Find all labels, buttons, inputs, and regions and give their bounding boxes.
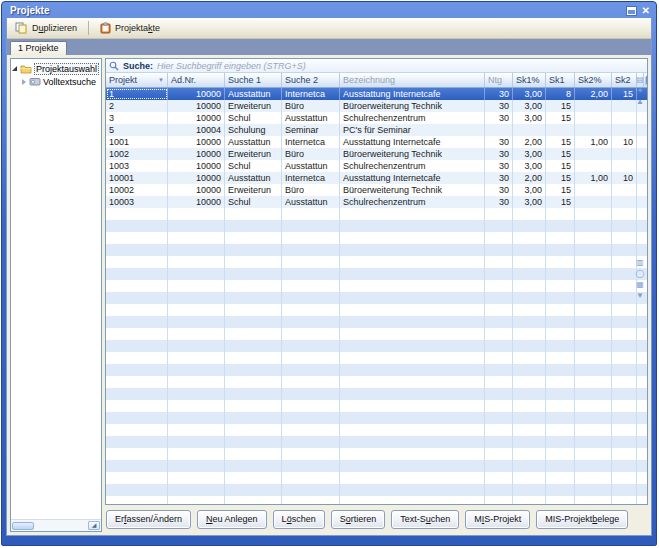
table-cell[interactable] xyxy=(282,304,340,316)
table-cell[interactable] xyxy=(340,232,485,244)
table-cell[interactable] xyxy=(575,208,612,220)
table-cell[interactable] xyxy=(546,232,575,244)
table-cell[interactable] xyxy=(106,292,168,304)
table-cell[interactable]: 1 xyxy=(106,88,168,100)
table-cell[interactable] xyxy=(575,352,612,364)
table-cell[interactable]: Büro xyxy=(282,148,340,160)
table-cell[interactable] xyxy=(612,460,637,472)
table-cell[interactable]: Schulrechenzentrum xyxy=(340,112,485,124)
column-header-projekt[interactable]: Projekt▼ xyxy=(106,73,168,87)
table-cell[interactable] xyxy=(340,436,485,448)
table-cell[interactable] xyxy=(106,328,168,340)
table-cell[interactable] xyxy=(168,244,225,256)
table-cell[interactable] xyxy=(575,436,612,448)
table-cell[interactable] xyxy=(340,448,485,460)
table-cell[interactable] xyxy=(612,232,637,244)
table-cell[interactable]: 1002 xyxy=(106,148,168,160)
table-cell[interactable] xyxy=(282,292,340,304)
table-cell[interactable]: 8 xyxy=(546,88,575,100)
table-cell[interactable] xyxy=(168,496,225,504)
table-empty-row[interactable] xyxy=(106,376,647,388)
table-cell[interactable] xyxy=(282,220,340,232)
table-cell[interactable] xyxy=(225,340,282,352)
table-cell[interactable] xyxy=(225,484,282,496)
table-cell[interactable] xyxy=(106,232,168,244)
table-empty-row[interactable] xyxy=(106,496,647,504)
table-cell[interactable]: 2,00 xyxy=(513,136,546,148)
column-layout-icon[interactable]: ▥ xyxy=(636,259,644,267)
table-cell[interactable] xyxy=(546,412,575,424)
table-cell[interactable] xyxy=(168,220,225,232)
table-cell[interactable] xyxy=(168,232,225,244)
table-row[interactable]: 1000310000SchulAusstattunSchulrechenzent… xyxy=(106,196,647,208)
table-cell[interactable]: 10001 xyxy=(106,172,168,184)
table-cell[interactable] xyxy=(485,376,513,388)
table-empty-row[interactable] xyxy=(106,280,647,292)
table-cell[interactable] xyxy=(612,388,637,400)
sidebar-horizontal-scrollbar[interactable]: ◢ xyxy=(11,519,101,531)
table-cell[interactable] xyxy=(282,316,340,328)
table-empty-row[interactable] xyxy=(106,292,647,304)
filter-icon[interactable]: ▼ xyxy=(636,292,644,300)
table-cell[interactable]: 15 xyxy=(546,172,575,184)
table-empty-row[interactable] xyxy=(106,412,647,424)
column-header-ntg[interactable]: Ntg xyxy=(485,73,513,87)
table-cell[interactable] xyxy=(575,100,612,112)
table-cell[interactable] xyxy=(612,376,637,388)
table-empty-row[interactable] xyxy=(106,304,647,316)
table-cell[interactable] xyxy=(485,352,513,364)
column-header-ad-nr-[interactable]: Ad.Nr. xyxy=(168,73,225,87)
table-cell[interactable]: Ausstattun xyxy=(225,172,282,184)
table-cell[interactable] xyxy=(485,400,513,412)
table-cell[interactable] xyxy=(612,400,637,412)
table-cell[interactable]: 15 xyxy=(546,100,575,112)
table-cell[interactable] xyxy=(575,196,612,208)
table-cell[interactable] xyxy=(106,484,168,496)
table-empty-row[interactable] xyxy=(106,268,647,280)
table-cell[interactable] xyxy=(282,388,340,400)
table-cell[interactable] xyxy=(225,436,282,448)
table-cell[interactable] xyxy=(168,340,225,352)
table-cell[interactable] xyxy=(485,244,513,256)
table-cell[interactable] xyxy=(575,460,612,472)
table-cell[interactable] xyxy=(546,304,575,316)
table-cell[interactable]: 30 xyxy=(485,112,513,124)
table-cell[interactable] xyxy=(340,340,485,352)
table-cell[interactable] xyxy=(225,472,282,484)
table-cell[interactable] xyxy=(225,256,282,268)
table-cell[interactable]: Ausstattun xyxy=(282,160,340,172)
table-row[interactable]: 100210000ErweiterunBüroBüroerweiterung T… xyxy=(106,148,647,160)
table-cell[interactable]: 3,00 xyxy=(513,184,546,196)
table-cell[interactable] xyxy=(106,472,168,484)
column-header-bezeichnung[interactable]: Bezeichnung xyxy=(340,73,485,87)
table-cell[interactable] xyxy=(612,364,637,376)
table-cell[interactable] xyxy=(340,424,485,436)
table-cell[interactable]: 15 xyxy=(546,112,575,124)
table-cell[interactable] xyxy=(282,424,340,436)
table-cell[interactable] xyxy=(340,244,485,256)
table-row[interactable]: 210000ErweiterunBüroBüroerweiterung Tech… xyxy=(106,100,647,112)
footer-button-mis-projekt[interactable]: MIS-Projekt xyxy=(465,510,530,529)
table-cell[interactable] xyxy=(546,472,575,484)
table-cell[interactable] xyxy=(485,268,513,280)
table-row[interactable]: 1000110000AusstattunInternetcaAusstattun… xyxy=(106,172,647,184)
table-cell[interactable] xyxy=(575,268,612,280)
table-cell[interactable]: Ausstattun xyxy=(282,196,340,208)
table-cell[interactable]: 15 xyxy=(546,160,575,172)
restore-icon[interactable] xyxy=(627,7,636,15)
table-cell[interactable] xyxy=(485,232,513,244)
table-cell[interactable] xyxy=(546,340,575,352)
table-cell[interactable] xyxy=(546,292,575,304)
table-cell[interactable] xyxy=(340,328,485,340)
table-cell[interactable] xyxy=(513,232,546,244)
table-cell[interactable]: 30 xyxy=(485,148,513,160)
table-cell[interactable]: 15 xyxy=(546,148,575,160)
table-cell[interactable] xyxy=(282,364,340,376)
table-cell[interactable] xyxy=(513,364,546,376)
table-row[interactable]: 100110000AusstattunInternetcaAusstattung… xyxy=(106,136,647,148)
table-cell[interactable] xyxy=(282,448,340,460)
table-cell[interactable]: 30 xyxy=(485,172,513,184)
table-cell[interactable] xyxy=(106,244,168,256)
table-cell[interactable] xyxy=(168,376,225,388)
table-cell[interactable] xyxy=(575,220,612,232)
